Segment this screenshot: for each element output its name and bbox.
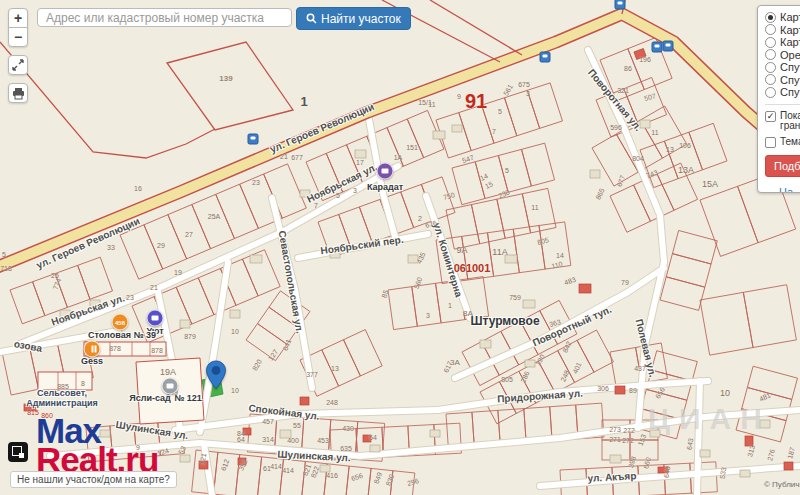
base-layer-option-3[interactable]: Open xyxy=(765,49,800,62)
search-input[interactable]: Адрес или кадастровый номер участка xyxy=(37,8,292,27)
radio-icon[interactable] xyxy=(765,37,776,48)
zoom-in-label: + xyxy=(14,10,22,26)
checkbox-icon[interactable]: ✓ xyxy=(765,111,776,122)
base-layer-option-5[interactable]: Спутн xyxy=(765,74,800,87)
base-layer-list: КартаКартаКартаOpenСпутнСпутнСпутн xyxy=(765,11,800,99)
print-icon xyxy=(12,87,25,100)
poi-school-icon[interactable] xyxy=(162,378,179,395)
base-layer-label: Open xyxy=(780,49,800,61)
placemark-pin[interactable] xyxy=(205,360,227,394)
poi-purple-icon[interactable] xyxy=(377,163,394,180)
find-parcel-button[interactable]: Найти участок xyxy=(296,7,411,30)
overlay-label: Показ грани xyxy=(780,111,800,131)
pin-icon xyxy=(205,360,227,390)
overlay-label: Темат xyxy=(780,137,800,147)
base-layer-label: Карта xyxy=(780,11,800,23)
checkbox-icon[interactable] xyxy=(765,137,776,148)
maxrealt-logo-icon xyxy=(8,442,28,462)
search-placeholder: Адрес или кадастровый номер участка xyxy=(46,11,264,25)
base-layer-label: Карта xyxy=(780,24,800,36)
base-layer-option-2[interactable]: Карта xyxy=(765,36,800,49)
bus-stop-icon[interactable] xyxy=(248,134,259,145)
not-found-link[interactable]: Не нашли участок/дом на карте? xyxy=(10,471,177,488)
radio-icon[interactable] xyxy=(765,12,776,23)
radio-icon[interactable] xyxy=(765,74,776,85)
bus-stop-icon[interactable] xyxy=(540,52,551,63)
base-layer-option-1[interactable]: Карта xyxy=(765,24,800,37)
fullscreen-icon xyxy=(12,59,24,71)
poi-food-icon[interactable] xyxy=(84,341,101,358)
zoom-out-label: − xyxy=(14,29,22,45)
bus-stop-icon[interactable] xyxy=(652,42,663,53)
search-icon xyxy=(306,13,317,24)
radio-icon[interactable] xyxy=(765,87,776,98)
layers-panel: КартаКартаКартаOpenСпутнСпутнСпутн ✓Пока… xyxy=(757,5,800,193)
base-layer-option-6[interactable]: Спутн xyxy=(765,86,800,99)
radio-icon[interactable] xyxy=(765,24,776,35)
bus-stop-icon[interactable] xyxy=(615,0,626,10)
find-parcel-label: Найти участок xyxy=(321,12,401,26)
base-layer-label: Карта xyxy=(780,36,800,48)
poi-bed-icon[interactable] xyxy=(147,310,164,327)
base-layer-label: Спутн xyxy=(780,61,800,73)
base-layer-label: Спутн xyxy=(780,86,800,98)
select-parcel-button[interactable]: Подбер xyxy=(765,155,800,177)
fullscreen-button[interactable] xyxy=(8,55,28,75)
overlay-list: ✓Показ граниТемат xyxy=(765,104,800,148)
map-attribution: © Публичн xyxy=(764,480,800,489)
map-canvas[interactable] xyxy=(0,0,800,495)
bus-stop-icon[interactable] xyxy=(663,41,674,52)
base-layer-option-4[interactable]: Спутн xyxy=(765,61,800,74)
print-button[interactable] xyxy=(8,83,28,103)
base-layer-option-0[interactable]: Карта xyxy=(765,11,800,24)
cadastral-map-app: 910610011139ул. Героев Революцииул. Геро… xyxy=(0,0,800,495)
radio-icon[interactable] xyxy=(765,62,776,73)
zoom-in-button[interactable]: + xyxy=(8,8,28,28)
poi-num-icon[interactable]: 456 xyxy=(112,314,129,331)
panel-link[interactable]: На xyxy=(779,186,800,194)
base-layer-label: Спутн xyxy=(780,74,800,86)
zoom-out-button[interactable]: − xyxy=(8,27,28,47)
overlay-option-1[interactable]: Темат xyxy=(765,137,800,148)
overlay-option-0[interactable]: ✓Показ грани xyxy=(765,111,800,131)
radio-icon[interactable] xyxy=(765,49,776,60)
